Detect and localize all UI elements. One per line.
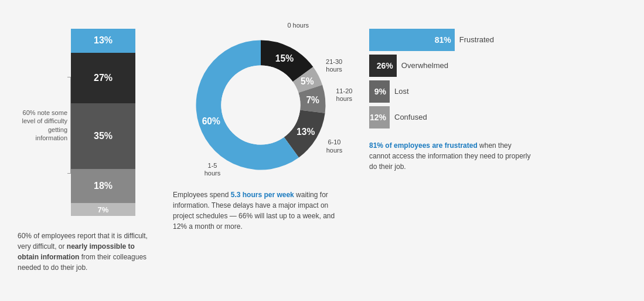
hbar-label: Lost bbox=[394, 87, 409, 96]
chart1-section: 60% note some level of difficulty gettin… bbox=[18, 29, 164, 273]
chart2-caption: Employees spend 5.3 hours per week waiti… bbox=[173, 190, 349, 232]
svg-text:7%: 7% bbox=[306, 94, 319, 104]
hbar-value: 12% bbox=[370, 113, 386, 122]
hbar-row: 9%Lost bbox=[369, 80, 533, 103]
donut-svg: 15%5%7%13%60% bbox=[185, 29, 337, 181]
chart3-caption: 81% of employees are frustrated when the… bbox=[369, 140, 533, 172]
bracket-area: 60% note some level of difficulty gettin… bbox=[18, 29, 67, 222]
hbar-container: 81%Frustrated26%Overwhelmed9%Lost12%Conf… bbox=[369, 29, 533, 132]
svg-point-5 bbox=[221, 65, 300, 144]
hbar-row: 81%Frustrated bbox=[369, 29, 533, 51]
hbar-value: 9% bbox=[374, 87, 386, 96]
hbar-label: Frustrated bbox=[459, 35, 494, 44]
hbar-row: 12%Confused bbox=[369, 106, 533, 128]
chart1-caption: 60% of employees report that it is diffi… bbox=[18, 231, 152, 273]
hbar-value: 26% bbox=[377, 61, 393, 70]
svg-text:5%: 5% bbox=[301, 76, 314, 86]
hbar-row: 26%Overwhelmed bbox=[369, 55, 533, 77]
stacked-bar: 13%27%35%18%7% bbox=[71, 29, 135, 217]
hbar-label: Confused bbox=[394, 113, 427, 121]
bracket-label: 60% note some level of difficulty gettin… bbox=[18, 109, 67, 142]
chart2-visual: 15%5%7%13%60% 0 hours21-30 hours11-20 ho… bbox=[185, 29, 337, 181]
chart2-section: 15%5%7%13%60% 0 hours21-30 hours11-20 ho… bbox=[164, 29, 357, 232]
chart3-section: 81%Frustrated26%Overwhelmed9%Lost12%Conf… bbox=[357, 29, 533, 172]
svg-text:15%: 15% bbox=[275, 53, 294, 63]
main-container: 60% note some level of difficulty gettin… bbox=[0, 17, 644, 285]
hbar-label: Overwhelmed bbox=[401, 61, 448, 70]
svg-text:13%: 13% bbox=[297, 126, 315, 136]
hbar-value: 81% bbox=[435, 35, 451, 45]
chart1-visual: 60% note some level of difficulty gettin… bbox=[18, 29, 164, 222]
svg-text:60%: 60% bbox=[202, 116, 220, 126]
